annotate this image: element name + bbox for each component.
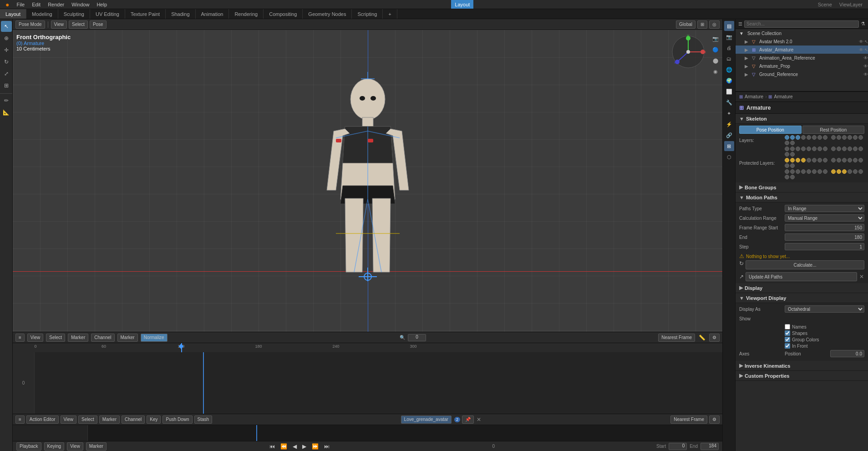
prot-dot-15[interactable] — [790, 163, 795, 168]
layer-dot-r9[interactable] — [837, 147, 841, 151]
rpt-bone-icon[interactable]: ⊞ — [724, 141, 734, 151]
ae-select-btn[interactable]: Select — [78, 416, 97, 424]
playback-menu-btn[interactable]: Playback — [16, 442, 41, 451]
tab-layout[interactable]: Layout — [0, 9, 26, 19]
timeline-marker-btn[interactable]: Marker — [68, 334, 88, 342]
prot-r5[interactable] — [812, 169, 817, 174]
rpt-scene-icon[interactable]: ▤ — [724, 21, 734, 31]
jump-start-btn[interactable]: ⏮ — [268, 443, 276, 450]
outliner-item-avatar-mesh[interactable]: ▶ ▽ Avatar Mesh 2.0 👁 ↖ — [736, 37, 868, 46]
bone-groups-header[interactable]: ▶ Bone Groups — [736, 182, 868, 193]
layer-dot-r11[interactable] — [848, 147, 852, 151]
prot-dot-1[interactable] — [790, 158, 795, 162]
action-editor-content[interactable] — [13, 425, 722, 441]
layer-dot-9[interactable] — [837, 135, 841, 140]
eye-icon[interactable]: 👁 — [859, 39, 863, 44]
select-icon[interactable]: ↖ — [864, 39, 868, 44]
layer-dot-r4[interactable] — [807, 147, 811, 151]
eye-icon-3[interactable]: 👁 — [863, 56, 868, 61]
rpt-physics-icon[interactable]: ⚡ — [724, 119, 734, 129]
view-menu-btn[interactable]: View — [67, 442, 83, 451]
tab-geometry-nodes[interactable]: Geometry Nodes — [303, 9, 352, 19]
outliner-item-avatar-armature[interactable]: ▶ ⊞ Avatar_Armature 👁 ↖ — [736, 46, 868, 54]
custom-props-header[interactable]: ▶ Custom Properties — [736, 371, 868, 381]
snap-btn[interactable]: ⊞ — [697, 20, 707, 29]
display-header[interactable]: ▶ Display — [736, 283, 868, 293]
prot-dot-8[interactable] — [831, 158, 836, 162]
prot-r3[interactable] — [801, 169, 806, 174]
prot-dot-9[interactable] — [837, 158, 841, 162]
prot-r6[interactable] — [817, 169, 822, 174]
ik-header[interactable]: ▶ Inverse Kinematics — [736, 361, 868, 371]
outliner-item-armature-prop[interactable]: ▶ ▽ Armature_Prop 👁 — [736, 62, 868, 70]
timeline-select-btn[interactable]: Select — [46, 334, 65, 342]
timeline-type-icon[interactable]: ≡ — [15, 334, 25, 342]
prot-dot-2[interactable] — [796, 158, 800, 162]
timeline-normalize-btn[interactable]: Normalize — [141, 334, 168, 342]
prot-r9[interactable] — [837, 169, 841, 174]
blender-icon[interactable]: ● — [2, 0, 13, 9]
keying-menu-btn[interactable]: Keying — [44, 442, 65, 451]
layer-dot-3[interactable] — [801, 135, 806, 140]
prot-dot-12[interactable] — [853, 158, 858, 162]
eye-icon-2[interactable]: 👁 — [859, 47, 863, 52]
tab-modeling[interactable]: Modeling — [26, 9, 58, 19]
display-as-select[interactable]: Octahedral — [785, 305, 864, 313]
prot-dot-3[interactable] — [801, 158, 806, 162]
rpt-particles-icon[interactable]: ✦ — [724, 108, 734, 118]
layer-dot-8[interactable] — [831, 135, 836, 140]
layer-dot-r8[interactable] — [831, 147, 836, 151]
layer-dot-r7[interactable] — [823, 147, 827, 151]
pose-position-btn[interactable]: Pose Position — [739, 126, 802, 134]
group-colors-checkbox[interactable] — [785, 337, 790, 342]
ae-view-btn[interactable]: View — [61, 416, 77, 424]
names-checkbox[interactable] — [785, 324, 790, 329]
viewport-pose-btn[interactable]: Pose — [90, 20, 107, 29]
sidebar-rotate-tool[interactable]: ↻ — [1, 56, 12, 67]
layer-dot-r10[interactable] — [842, 147, 847, 151]
solid-view-btn[interactable]: ⬤ — [711, 56, 721, 66]
prot-r4[interactable] — [807, 169, 811, 174]
viewport-select-btn[interactable]: Select — [69, 20, 88, 29]
timeline-key-btn[interactable]: Marker — [117, 334, 138, 342]
sidebar-move-tool[interactable]: ✛ — [1, 45, 12, 56]
layer-dot-12[interactable] — [853, 135, 858, 140]
outliner-search-input[interactable] — [744, 20, 859, 28]
in-front-checkbox[interactable] — [785, 343, 790, 349]
workspace-layout[interactable]: Layout — [451, 0, 473, 9]
prot-dot-14[interactable] — [785, 163, 789, 168]
viewport-display-header[interactable]: ▼ Viewport Display — [736, 293, 868, 303]
prot-dot-0[interactable] — [785, 158, 789, 162]
select-icon-2[interactable]: ↖ — [864, 47, 868, 52]
marker-menu-btn[interactable]: Marker — [86, 442, 107, 451]
play-btn[interactable]: ▶ — [301, 443, 308, 450]
rpt-world-icon[interactable]: 🌍 — [724, 76, 734, 86]
prot-r14[interactable] — [785, 175, 789, 179]
sidebar-scale-tool[interactable]: ⤢ — [1, 68, 12, 79]
prot-dot-7[interactable] — [823, 158, 827, 162]
outliner-filter-icon[interactable]: ⚗ — [861, 21, 865, 27]
layer-dot-15[interactable] — [790, 141, 795, 145]
tab-texture-paint[interactable]: Texture Paint — [125, 9, 166, 19]
sidebar-transform-tool[interactable]: ⊞ — [1, 80, 12, 91]
skeleton-header[interactable]: ▼ Skeleton — [736, 114, 868, 124]
prot-dot-5[interactable] — [812, 158, 817, 162]
sidebar-cursor-tool[interactable]: ⊕ — [1, 33, 12, 44]
ae-key-btn[interactable]: Key — [147, 416, 161, 424]
end-frame-input[interactable]: 184 — [700, 443, 719, 450]
position-value[interactable]: 0.0 — [830, 350, 864, 357]
layer-dot-r1[interactable] — [790, 147, 795, 151]
breadcrumb-armature[interactable]: Armature — [745, 94, 763, 99]
viewport-3d[interactable]: Front Orthographic (0) Armature 10 Centi… — [13, 30, 722, 332]
step-back-btn[interactable]: ⏪ — [279, 443, 289, 450]
navigation-gizmo[interactable]: X Y Z — [670, 34, 706, 70]
prot-r11[interactable] — [848, 169, 852, 174]
viewport-mode-btn[interactable]: Pose Mode — [15, 20, 45, 29]
rpt-object-icon[interactable]: ⬜ — [724, 86, 734, 96]
frame-start-value[interactable]: 150 — [785, 224, 864, 231]
layer-dot-2[interactable] — [796, 135, 800, 140]
layer-dot-7[interactable] — [823, 135, 827, 140]
layer-dot-r3[interactable] — [801, 147, 806, 151]
outliner-item-ground-ref[interactable]: ▶ ▽ Ground_Reference 👁 — [736, 70, 868, 78]
outliner-scene-collection[interactable]: ▼ Scene Collection — [736, 29, 868, 37]
